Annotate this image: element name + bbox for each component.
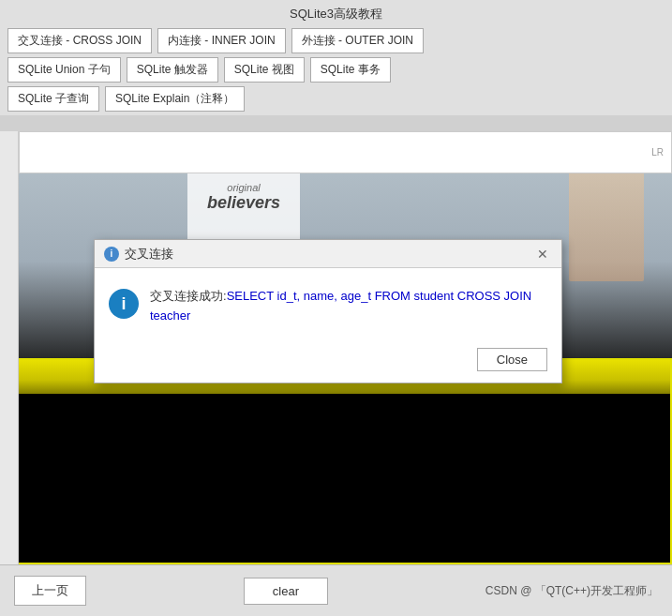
view-btn[interactable]: SQLite 视图 — [224, 57, 305, 83]
left-panel — [0, 131, 19, 564]
explain-btn[interactable]: SQLite Explain（注释） — [105, 86, 245, 112]
nav-row-2: SQLite Union 子句 SQLite 触发器 SQLite 视图 SQL… — [7, 57, 665, 83]
bg-text-small: original — [227, 182, 260, 193]
dialog-body: i 交叉连接成功:SELECT id_t, name, age_t FROM s… — [95, 268, 561, 340]
black-content-area — [2, 394, 670, 563]
dialog-info-letter: i — [121, 294, 126, 314]
dialog-box: i 交叉连接 ✕ i 交叉连接成功:SELECT id_t, name, age… — [94, 239, 562, 383]
dialog-footer: Close — [95, 340, 561, 383]
nav-row-3: SQLite 子查询 SQLite Explain（注释） — [7, 86, 665, 112]
transaction-btn[interactable]: SQLite 事务 — [310, 57, 391, 83]
dialog-message-prefix: 交叉连接成功: — [150, 289, 227, 303]
dialog-sql-line1: SELECT id_t, name, age_t FROM student CR… — [227, 289, 532, 303]
dialog-title-left: i 交叉连接 — [104, 246, 173, 263]
app-title: SQLite3高级教程 — [7, 4, 665, 24]
outer-join-btn[interactable]: 外连接 - OUTER JOIN — [291, 28, 424, 53]
dialog-x-button[interactable]: ✕ — [533, 245, 552, 263]
top-navigation: SQLite3高级教程 交叉连接 - CROSS JOIN 内连接 - INNE… — [0, 0, 672, 115]
bottom-bar: 上一页 clear CSDN @ 「QT(C++)开发工程师」 — [0, 564, 672, 616]
dialog-close-button[interactable]: Close — [477, 348, 547, 371]
prev-page-button[interactable]: 上一页 — [14, 576, 86, 606]
dialog-sql-line2: teacher — [150, 308, 190, 323]
sql-input[interactable] — [27, 145, 651, 159]
dialog-info-icon: i — [109, 289, 139, 319]
inner-join-btn[interactable]: 内连接 - INNER JOIN — [157, 28, 286, 53]
subquery-btn[interactable]: SQLite 子查询 — [7, 86, 99, 112]
dialog-message: 交叉连接成功:SELECT id_t, name, age_t FROM stu… — [150, 287, 531, 326]
dialog-icon-letter: i — [111, 248, 113, 259]
lr-label: LR — [651, 147, 664, 158]
dialog-title-icon: i — [104, 247, 119, 262]
yellow-highlight-area — [0, 358, 672, 564]
trigger-btn[interactable]: SQLite 触发器 — [127, 57, 218, 83]
clear-button[interactable]: clear — [244, 578, 328, 605]
watermark-text: CSDN @ 「QT(C++)开发工程师」 — [485, 583, 658, 599]
cross-join-btn[interactable]: 交叉连接 - CROSS JOIN — [7, 28, 152, 53]
dialog-titlebar: i 交叉连接 ✕ — [95, 240, 561, 268]
union-btn[interactable]: SQLite Union 子句 — [7, 57, 121, 83]
dialog-title-text: 交叉连接 — [125, 246, 173, 263]
nav-row-1: 交叉连接 - CROSS JOIN 内连接 - INNER JOIN 外连接 -… — [7, 28, 665, 53]
bg-text-large: believers — [207, 193, 280, 213]
input-area: LR — [19, 131, 672, 173]
